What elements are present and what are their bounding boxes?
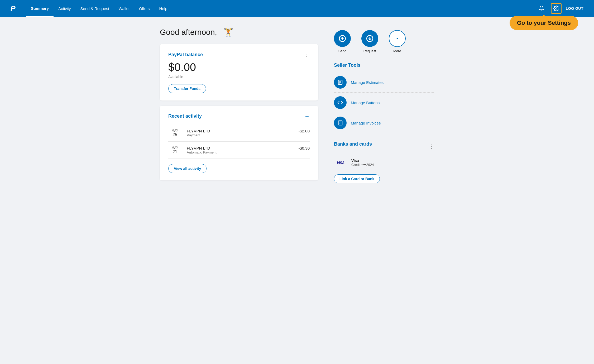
tooltip-text: Go to your Settings — [510, 16, 578, 30]
activity-day-1: 25 — [168, 132, 181, 137]
paypal-logo: P — [11, 4, 16, 13]
activity-merchant-2: FLYVPN LTD — [187, 146, 298, 150]
activity-month-2: MAY — [168, 146, 181, 150]
right-column: Send Request More — [334, 27, 434, 186]
banks-cards-section: Banks and cards ⋮ VISA Visa Credit ••••2… — [334, 141, 434, 183]
nav-right: LOG OUT — [536, 3, 583, 14]
buttons-icon — [334, 96, 347, 109]
activity-info-2: FLYVPN LTD Automatic Payment — [187, 146, 298, 154]
visa-name: Visa — [351, 159, 374, 163]
settings-button[interactable] — [551, 3, 562, 14]
greeting: Good afternoon, 🏋 — [160, 27, 318, 37]
invoices-label: Manage Invoices — [351, 121, 381, 125]
action-icons: Send Request More — [334, 27, 434, 53]
activity-row[interactable]: MAY 25 FLYVPN LTD Payment -$2.00 — [168, 124, 310, 142]
activity-date-2: MAY 21 — [168, 146, 181, 154]
balance-amount: $0.00 — [168, 61, 310, 74]
nav-activity[interactable]: Activity — [54, 1, 76, 17]
activity-amount-1: -$2.00 — [298, 129, 310, 133]
logout-button[interactable]: LOG OUT — [566, 6, 583, 11]
main-container: Good afternoon, 🏋 PayPal balance ⋮ $0.00… — [152, 17, 442, 196]
activity-row[interactable]: MAY 21 FLYVPN LTD Automatic Payment -$0.… — [168, 142, 310, 159]
activity-amount-2: -$0.30 — [298, 146, 310, 150]
activity-date-1: MAY 25 — [168, 129, 181, 137]
balance-available: Available — [168, 75, 310, 79]
balance-title: PayPal balance — [168, 52, 203, 58]
svg-point-0 — [555, 8, 557, 9]
visa-logo: VISA — [334, 161, 347, 165]
request-icon — [361, 30, 378, 47]
view-all-activity-button[interactable]: View all activity — [168, 164, 207, 173]
recent-activity-card: Recent activity → MAY 25 FLYVPN LTD Paym… — [160, 106, 318, 180]
manage-estimates-item[interactable]: Manage Estimates — [334, 72, 434, 93]
banks-header: Banks and cards ⋮ — [334, 141, 434, 151]
send-action[interactable]: Send — [334, 30, 351, 53]
balance-header: PayPal balance ⋮ — [168, 51, 310, 58]
more-label: More — [393, 49, 401, 53]
nav-offers[interactable]: Offers — [134, 1, 155, 17]
manage-invoices-item[interactable]: Manage Invoices — [334, 113, 434, 133]
svg-point-5 — [397, 38, 398, 39]
send-label: Send — [338, 49, 346, 53]
manage-buttons-item[interactable]: Manage Buttons — [334, 93, 434, 113]
balance-menu-button[interactable]: ⋮ — [304, 51, 310, 58]
request-action[interactable]: Request — [361, 30, 378, 53]
estimates-icon — [334, 76, 347, 89]
activity-type-2: Automatic Payment — [187, 150, 298, 154]
estimates-label: Manage Estimates — [351, 80, 384, 85]
balance-card: PayPal balance ⋮ $0.00 Available Transfe… — [160, 44, 318, 100]
send-icon — [334, 30, 351, 47]
link-card-bank-button[interactable]: Link a Card or Bank — [334, 174, 380, 183]
banks-cards-title: Banks and cards — [334, 141, 372, 147]
nav-send-request[interactable]: Send & Request — [76, 1, 114, 17]
activity-type-1: Payment — [187, 133, 298, 137]
activity-month-1: MAY — [168, 129, 181, 132]
seller-tools-section: Seller Tools Manage Estimates — [334, 63, 434, 133]
seller-tools-list: Manage Estimates Manage Buttons — [334, 72, 434, 133]
activity-header: Recent activity → — [168, 113, 310, 119]
more-icon — [389, 30, 406, 47]
nav-links: Summary Activity Send & Request Wallet O… — [26, 0, 536, 17]
activity-info-1: FLYVPN LTD Payment — [187, 129, 298, 137]
nav-summary[interactable]: Summary — [26, 0, 54, 17]
nav-help[interactable]: Help — [155, 1, 172, 17]
activity-arrow-button[interactable]: → — [304, 113, 310, 119]
buttons-label: Manage Buttons — [351, 100, 380, 105]
activity-day-2: 21 — [168, 150, 181, 154]
seller-tools-title: Seller Tools — [334, 63, 434, 68]
activity-merchant-1: FLYVPN LTD — [187, 129, 298, 133]
transfer-funds-button[interactable]: Transfer Funds — [168, 84, 206, 93]
notification-button[interactable] — [536, 3, 547, 14]
activity-title: Recent activity — [168, 113, 202, 119]
settings-tooltip: Go to your Settings — [510, 16, 578, 30]
visa-credit: Credit ••••2924 — [351, 163, 374, 167]
greeting-prefix: Good afternoon, — [160, 28, 217, 37]
navbar: P Summary Activity Send & Request Wallet… — [0, 0, 594, 17]
more-action[interactable]: More — [389, 30, 406, 53]
visa-info: Visa Credit ••••2924 — [351, 159, 374, 167]
invoices-icon — [334, 117, 347, 129]
banks-menu-button[interactable]: ⋮ — [429, 143, 434, 150]
nav-wallet[interactable]: Wallet — [114, 1, 134, 17]
view-all-section: View all activity — [168, 164, 310, 173]
visa-row: VISA Visa Credit ••••2924 — [334, 155, 434, 170]
left-column: Good afternoon, 🏋 PayPal balance ⋮ $0.00… — [160, 27, 318, 186]
greeting-name: 🏋 — [223, 27, 233, 37]
request-label: Request — [363, 49, 376, 53]
